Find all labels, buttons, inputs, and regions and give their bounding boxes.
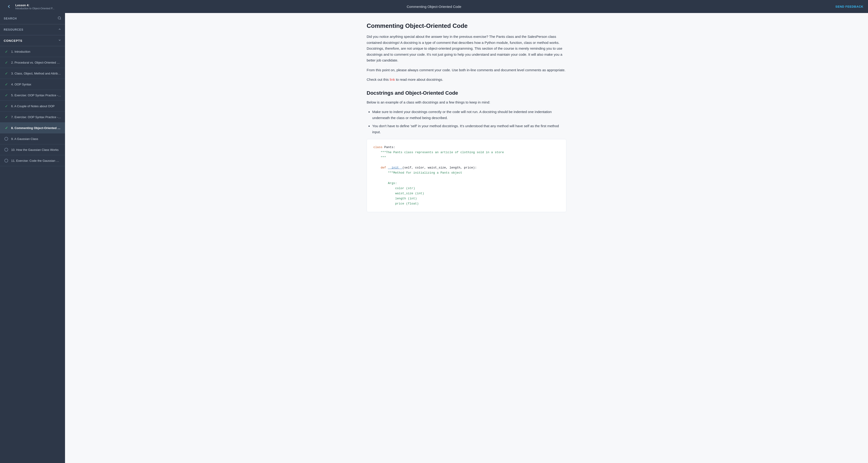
sidebar-item-label-7: 7. Exercise: OOP Syntax Practice - P... [11,115,61,119]
intro-paragraph-3: Check out this link to read more about d… [367,76,566,82]
tip-1: Make sure to indent your docstrings corr… [372,109,566,121]
sidebar-item-label-4: 4. OOP Syntax [11,82,61,86]
check-done-icon: ✓ [5,93,8,97]
check-done-icon: ✓ [5,126,8,130]
sidebar-item-label-8: 8. Commenting Object-Oriented C... [11,126,61,130]
check-circle-icon [4,148,8,152]
sidebar-item-check-6: ✓ [4,103,9,109]
sidebar-item-5[interactable]: ✓5. Exercise: OOP Syntax Practice - P... [0,90,65,101]
sidebar-item-check-11 [4,158,9,163]
sidebar-items-list: ✓1. Introduction✓2. Procedural vs. Objec… [0,46,65,463]
sidebar-item-check-4: ✓ [4,82,9,87]
tip-2: You don't have to define 'self' in your … [372,123,566,135]
check-done-icon: ✓ [5,115,8,119]
chevron-down-icon [58,38,61,43]
sidebar-item-label-1: 1. Introduction [11,50,61,54]
code-example: class Pants: """The Pants class represen… [367,139,566,212]
sidebar-item-10[interactable]: 10. How the Gaussian Class Works [0,144,65,155]
sidebar-item-check-9 [4,136,9,141]
concepts-header[interactable]: CONCEPTS [0,35,65,46]
sidebar-item-check-2: ✓ [4,60,9,65]
sidebar-item-check-1: ✓ [4,49,9,54]
sidebar-item-check-3: ✓ [4,71,9,76]
search-label: SEARCH [4,17,58,20]
resources-label: RESOURCES [4,28,58,31]
docstring-link[interactable]: link [390,77,395,81]
sidebar-item-3[interactable]: ✓3. Class, Object, Method and Attribu... [0,68,65,79]
sidebar: SEARCH RESOURCES CONCEPTS [0,13,65,463]
check-done-icon: ✓ [5,82,8,87]
sidebar-item-label-2: 2. Procedural vs. Object-Oriented Pr... [11,61,61,64]
intro-p3-post: to read more about docstrings. [395,77,443,81]
svg-line-1 [60,19,61,20]
content-inner: Commenting Object-Oriented Code Did you … [367,22,566,212]
current-page-title: Commenting Object-Oriented Code [407,5,461,9]
check-done-icon: ✓ [5,71,8,76]
sidebar-item-11[interactable]: 11. Exercise: Code the Gaussian Class [0,155,65,166]
chevron-up-icon [58,28,61,32]
sidebar-item-1[interactable]: ✓1. Introduction [0,46,65,57]
send-feedback-button[interactable]: SEND FEEDBACK [836,5,863,8]
check-done-icon: ✓ [5,49,8,54]
topbar: Lesson 4: Introduction to Object-Oriente… [0,0,868,13]
sidebar-item-check-10 [4,147,9,152]
check-circle-icon [4,137,8,141]
sidebar-item-label-5: 5. Exercise: OOP Syntax Practice - P... [11,94,61,97]
check-circle-icon [4,159,8,162]
sidebar-item-2[interactable]: ✓2. Procedural vs. Object-Oriented Pr... [0,57,65,68]
sidebar-item-6[interactable]: ✓6. A Couple of Notes about OOP [0,101,65,112]
content-main-title: Commenting Object-Oriented Code [367,22,566,30]
intro-p3-pre: Check out this [367,77,390,81]
sidebar-item-9[interactable]: 9. A Gaussian Class [0,133,65,144]
search-bar[interactable]: SEARCH [0,13,65,24]
content-subtitle: Docstrings and Object-Oriented Code [367,90,566,96]
lesson-info: Lesson 4: Introduction to Object-Oriente… [15,3,55,10]
check-done-icon: ✓ [5,104,8,108]
back-button[interactable] [5,2,13,11]
lesson-title: Lesson 4: [15,3,55,7]
sidebar-item-8[interactable]: ✓8. Commenting Object-Oriented C... [0,123,65,133]
sidebar-item-check-7: ✓ [4,114,9,120]
sidebar-item-label-10: 10. How the Gaussian Class Works [11,148,61,152]
sidebar-item-label-6: 6. A Couple of Notes about OOP [11,104,61,108]
sidebar-item-label-3: 3. Class, Object, Method and Attribu... [11,72,61,75]
search-icon [58,16,61,21]
main-layout: SEARCH RESOURCES CONCEPTS [0,13,868,463]
sidebar-item-check-8: ✓ [4,125,9,130]
check-done-icon: ✓ [5,60,8,65]
sidebar-item-label-11: 11. Exercise: Code the Gaussian Class [11,159,61,162]
sidebar-item-label-9: 9. A Gaussian Class [11,137,61,141]
sidebar-item-7[interactable]: ✓7. Exercise: OOP Syntax Practice - P... [0,112,65,123]
intro-paragraph-2: From this point on, please always commen… [367,67,566,73]
tips-list: Make sure to indent your docstrings corr… [372,109,566,135]
resources-section[interactable]: RESOURCES [0,24,65,35]
concepts-label: CONCEPTS [4,39,58,42]
sidebar-item-check-5: ✓ [4,93,9,98]
intro-paragraph-1: Did you notice anything special about th… [367,34,566,63]
sub-paragraph-1: Below is an example of a class with docs… [367,99,566,105]
lesson-subtitle: Introduction to Object-Oriented P... [15,7,55,10]
content-area: Commenting Object-Oriented Code Did you … [65,13,868,463]
svg-point-0 [58,17,61,19]
sidebar-item-4[interactable]: ✓4. OOP Syntax [0,79,65,90]
